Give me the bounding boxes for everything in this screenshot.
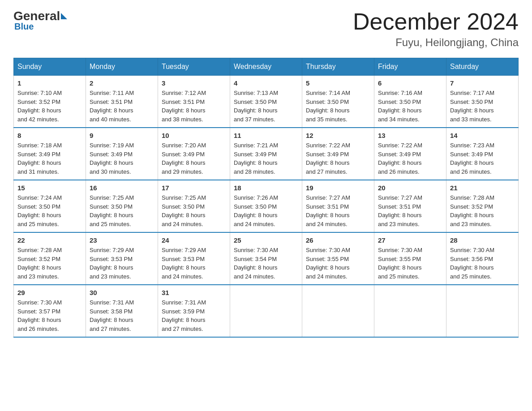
day-info: Sunrise: 7:30 AMSunset: 3:57 PMDaylight:… bbox=[17, 298, 82, 333]
day-number: 6 bbox=[378, 79, 442, 87]
day-info: Sunrise: 7:22 AMSunset: 3:49 PMDaylight:… bbox=[378, 141, 442, 176]
day-info: Sunrise: 7:31 AMSunset: 3:59 PMDaylight:… bbox=[162, 298, 226, 333]
header-monday: Monday bbox=[86, 58, 158, 76]
day-info: Sunrise: 7:25 AMSunset: 3:50 PMDaylight:… bbox=[162, 193, 226, 228]
calendar-cell: 23Sunrise: 7:29 AMSunset: 3:53 PMDayligh… bbox=[86, 232, 158, 285]
day-number: 9 bbox=[90, 132, 154, 139]
calendar-table: SundayMondayTuesdayWednesdayThursdayFrid… bbox=[13, 58, 519, 338]
calendar-cell: 22Sunrise: 7:28 AMSunset: 3:52 PMDayligh… bbox=[14, 232, 86, 285]
calendar-cell: 29Sunrise: 7:30 AMSunset: 3:57 PMDayligh… bbox=[14, 285, 86, 337]
header-tuesday: Tuesday bbox=[158, 58, 230, 76]
calendar-cell: 10Sunrise: 7:20 AMSunset: 3:49 PMDayligh… bbox=[158, 128, 230, 180]
calendar-cell: 6Sunrise: 7:16 AMSunset: 3:50 PMDaylight… bbox=[374, 76, 446, 128]
calendar-cell: 4Sunrise: 7:13 AMSunset: 3:50 PMDaylight… bbox=[230, 76, 302, 128]
calendar-cell bbox=[230, 285, 302, 337]
calendar-cell: 5Sunrise: 7:14 AMSunset: 3:50 PMDaylight… bbox=[302, 76, 374, 128]
day-number: 13 bbox=[378, 132, 442, 139]
header-saturday: Saturday bbox=[446, 58, 519, 76]
day-info: Sunrise: 7:28 AMSunset: 3:52 PMDaylight:… bbox=[17, 246, 82, 281]
week-row-5: 29Sunrise: 7:30 AMSunset: 3:57 PMDayligh… bbox=[14, 285, 519, 337]
day-info: Sunrise: 7:29 AMSunset: 3:53 PMDaylight:… bbox=[162, 246, 226, 281]
calendar-cell bbox=[446, 285, 519, 337]
day-number: 4 bbox=[234, 79, 298, 87]
day-info: Sunrise: 7:29 AMSunset: 3:53 PMDaylight:… bbox=[90, 246, 154, 281]
day-number: 14 bbox=[450, 132, 515, 139]
month-title: December 2024 bbox=[353, 9, 519, 34]
day-number: 21 bbox=[450, 184, 515, 192]
header-thursday: Thursday bbox=[302, 58, 374, 76]
location-title: Fuyu, Heilongjiang, China bbox=[353, 36, 519, 49]
calendar-cell: 18Sunrise: 7:26 AMSunset: 3:50 PMDayligh… bbox=[230, 180, 302, 232]
day-number: 11 bbox=[234, 132, 298, 139]
title-section: December 2024 Fuyu, Heilongjiang, China bbox=[353, 9, 519, 49]
header-friday: Friday bbox=[374, 58, 446, 76]
calendar-cell: 26Sunrise: 7:30 AMSunset: 3:55 PMDayligh… bbox=[302, 232, 374, 285]
logo: General Blue bbox=[13, 9, 68, 32]
day-number: 3 bbox=[162, 79, 226, 87]
calendar-cell bbox=[302, 285, 374, 337]
day-info: Sunrise: 7:18 AMSunset: 3:49 PMDaylight:… bbox=[17, 141, 82, 176]
day-number: 15 bbox=[17, 184, 82, 192]
calendar-cell: 31Sunrise: 7:31 AMSunset: 3:59 PMDayligh… bbox=[158, 285, 230, 337]
page-header: General Blue December 2024 Fuyu, Heilong… bbox=[13, 9, 519, 49]
day-number: 18 bbox=[234, 184, 298, 192]
day-info: Sunrise: 7:21 AMSunset: 3:49 PMDaylight:… bbox=[234, 141, 298, 176]
week-row-2: 8Sunrise: 7:18 AMSunset: 3:49 PMDaylight… bbox=[14, 128, 519, 180]
week-row-1: 1Sunrise: 7:10 AMSunset: 3:52 PMDaylight… bbox=[14, 76, 519, 128]
day-info: Sunrise: 7:27 AMSunset: 3:51 PMDaylight:… bbox=[306, 193, 370, 228]
calendar-cell: 17Sunrise: 7:25 AMSunset: 3:50 PMDayligh… bbox=[158, 180, 230, 232]
calendar-cell: 21Sunrise: 7:28 AMSunset: 3:52 PMDayligh… bbox=[446, 180, 519, 232]
week-row-4: 22Sunrise: 7:28 AMSunset: 3:52 PMDayligh… bbox=[14, 232, 519, 285]
day-number: 8 bbox=[17, 132, 82, 139]
day-number: 22 bbox=[17, 236, 82, 244]
day-info: Sunrise: 7:27 AMSunset: 3:51 PMDaylight:… bbox=[378, 193, 442, 228]
day-number: 2 bbox=[90, 79, 154, 87]
calendar-cell: 9Sunrise: 7:19 AMSunset: 3:49 PMDaylight… bbox=[86, 128, 158, 180]
day-number: 24 bbox=[162, 236, 226, 244]
day-number: 10 bbox=[162, 132, 226, 139]
day-info: Sunrise: 7:11 AMSunset: 3:51 PMDaylight:… bbox=[90, 89, 154, 124]
day-info: Sunrise: 7:13 AMSunset: 3:50 PMDaylight:… bbox=[234, 89, 298, 124]
calendar-cell: 14Sunrise: 7:23 AMSunset: 3:49 PMDayligh… bbox=[446, 128, 519, 180]
day-number: 16 bbox=[90, 184, 154, 192]
day-number: 29 bbox=[17, 289, 82, 296]
day-info: Sunrise: 7:14 AMSunset: 3:50 PMDaylight:… bbox=[306, 89, 370, 124]
calendar-cell: 27Sunrise: 7:30 AMSunset: 3:55 PMDayligh… bbox=[374, 232, 446, 285]
day-info: Sunrise: 7:10 AMSunset: 3:52 PMDaylight:… bbox=[17, 89, 82, 124]
day-info: Sunrise: 7:30 AMSunset: 3:56 PMDaylight:… bbox=[450, 246, 515, 281]
logo-arrow-icon bbox=[61, 13, 67, 19]
header-wednesday: Wednesday bbox=[230, 58, 302, 76]
week-row-3: 15Sunrise: 7:24 AMSunset: 3:50 PMDayligh… bbox=[14, 180, 519, 232]
day-number: 27 bbox=[378, 236, 442, 244]
calendar-cell: 16Sunrise: 7:25 AMSunset: 3:50 PMDayligh… bbox=[86, 180, 158, 232]
day-info: Sunrise: 7:31 AMSunset: 3:58 PMDaylight:… bbox=[90, 298, 154, 333]
logo-blue: Blue bbox=[14, 21, 34, 32]
day-info: Sunrise: 7:19 AMSunset: 3:49 PMDaylight:… bbox=[90, 141, 154, 176]
calendar-cell: 7Sunrise: 7:17 AMSunset: 3:50 PMDaylight… bbox=[446, 76, 519, 128]
calendar-cell: 3Sunrise: 7:12 AMSunset: 3:51 PMDaylight… bbox=[158, 76, 230, 128]
day-number: 12 bbox=[306, 132, 370, 139]
day-number: 19 bbox=[306, 184, 370, 192]
day-number: 30 bbox=[90, 289, 154, 296]
day-info: Sunrise: 7:28 AMSunset: 3:52 PMDaylight:… bbox=[450, 193, 515, 228]
calendar-cell: 1Sunrise: 7:10 AMSunset: 3:52 PMDaylight… bbox=[14, 76, 86, 128]
calendar-cell: 15Sunrise: 7:24 AMSunset: 3:50 PMDayligh… bbox=[14, 180, 86, 232]
day-number: 26 bbox=[306, 236, 370, 244]
calendar-cell: 13Sunrise: 7:22 AMSunset: 3:49 PMDayligh… bbox=[374, 128, 446, 180]
day-info: Sunrise: 7:24 AMSunset: 3:50 PMDaylight:… bbox=[17, 193, 82, 228]
calendar-cell bbox=[374, 285, 446, 337]
calendar-cell: 28Sunrise: 7:30 AMSunset: 3:56 PMDayligh… bbox=[446, 232, 519, 285]
calendar-cell: 30Sunrise: 7:31 AMSunset: 3:58 PMDayligh… bbox=[86, 285, 158, 337]
calendar-cell: 11Sunrise: 7:21 AMSunset: 3:49 PMDayligh… bbox=[230, 128, 302, 180]
header-sunday: Sunday bbox=[14, 58, 86, 76]
day-info: Sunrise: 7:20 AMSunset: 3:49 PMDaylight:… bbox=[162, 141, 226, 176]
day-info: Sunrise: 7:25 AMSunset: 3:50 PMDaylight:… bbox=[90, 193, 154, 228]
calendar-cell: 12Sunrise: 7:22 AMSunset: 3:49 PMDayligh… bbox=[302, 128, 374, 180]
calendar-cell: 2Sunrise: 7:11 AMSunset: 3:51 PMDaylight… bbox=[86, 76, 158, 128]
day-number: 23 bbox=[90, 236, 154, 244]
day-info: Sunrise: 7:12 AMSunset: 3:51 PMDaylight:… bbox=[162, 89, 226, 124]
day-number: 7 bbox=[450, 79, 515, 87]
day-info: Sunrise: 7:30 AMSunset: 3:54 PMDaylight:… bbox=[234, 246, 298, 281]
calendar-cell: 24Sunrise: 7:29 AMSunset: 3:53 PMDayligh… bbox=[158, 232, 230, 285]
day-info: Sunrise: 7:22 AMSunset: 3:49 PMDaylight:… bbox=[306, 141, 370, 176]
